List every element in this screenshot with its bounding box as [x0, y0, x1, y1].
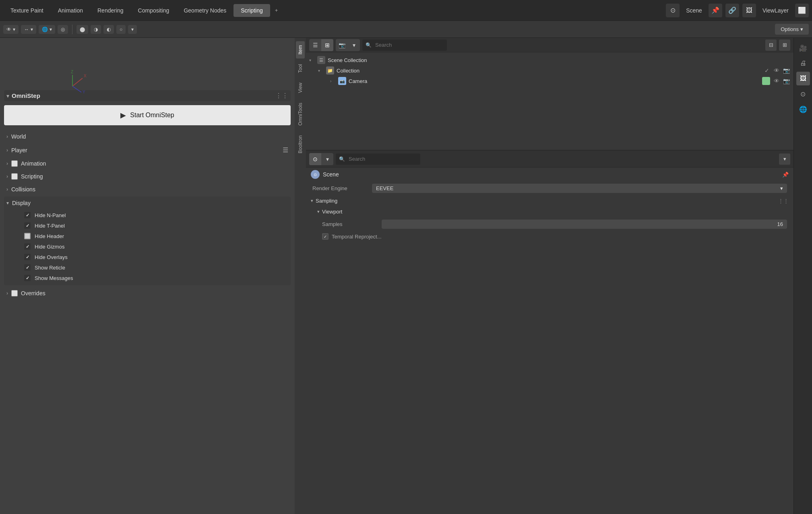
sampling-options-icon[interactable]: ⋮⋮ [778, 198, 789, 204]
separator1 [72, 25, 72, 34]
prop-render-btn[interactable]: 🎥 [796, 41, 810, 55]
world-section[interactable]: › World [4, 130, 291, 143]
collection-check-icon[interactable]: ✓ [763, 67, 771, 74]
camera-expand[interactable]: › [330, 79, 336, 83]
scene-dropdown-icon[interactable]: ⊙ [666, 4, 680, 17]
animation-checkbox[interactable] [11, 160, 18, 167]
show-messages-checkbox[interactable] [24, 275, 31, 281]
scene-pin-icon[interactable]: 📌 [782, 172, 789, 178]
viewport-subheader[interactable]: ▾ Viewport [306, 206, 793, 217]
overrides-section[interactable]: › Overrides [4, 287, 291, 300]
tab-geometry-nodes[interactable]: Geometry Nodes [176, 4, 233, 17]
samples-field[interactable]: 16 [382, 220, 787, 229]
scripting-label: Scripting [21, 173, 43, 180]
prop-filter-btn[interactable]: ▾ [779, 153, 790, 165]
outliner-search-input[interactable] [362, 39, 447, 51]
animation-label: Animation [21, 160, 46, 167]
viewport-arrow: ▾ [317, 209, 320, 214]
prop-output-btn[interactable]: 🖨 [796, 56, 810, 70]
side-tab-tool[interactable]: Tool [296, 60, 305, 77]
prop-world-btn[interactable]: 🌐 [796, 102, 810, 116]
collisions-section[interactable]: › Collisions [4, 183, 291, 196]
display-header[interactable]: ▾ Display [4, 197, 291, 209]
collection-camera-icon[interactable]: 📷 [782, 67, 790, 74]
shading-rendered-btn[interactable]: ◐ [103, 25, 114, 34]
new-window-icon[interactable]: ⬜ [795, 4, 809, 17]
hide-overlays-checkbox[interactable] [24, 254, 31, 260]
transform-btn[interactable]: ↔▾ [21, 25, 36, 34]
outliner-grid-view-btn[interactable]: ⊞ [321, 39, 333, 51]
omnistep-options-icon[interactable]: ⋮⋮ [275, 92, 288, 99]
axis-gizmo: X Y Z [56, 70, 89, 102]
shading-eevee-btn[interactable]: ○ [116, 25, 126, 34]
start-omnistep-button[interactable]: ▶ Start OmniStep [4, 105, 291, 125]
options-button[interactable]: Options ▾ [775, 24, 809, 35]
renderlayer-icon[interactable]: 🖼 [742, 4, 756, 17]
outliner-render-btn[interactable]: 📷 [336, 39, 348, 51]
prop-search-input[interactable] [336, 153, 420, 165]
collection-eye-icon[interactable]: 👁 [773, 67, 781, 74]
outliner-more-btn[interactable]: ⊞ [779, 39, 790, 51]
hide-gizmos-checkbox[interactable] [24, 243, 31, 250]
tab-texture-paint[interactable]: Texture Paint [3, 4, 51, 17]
outliner-list-view-btn[interactable]: ☰ [309, 39, 321, 51]
side-tab-view[interactable]: View [296, 79, 305, 97]
side-tab-omnitools[interactable]: OmniTools [296, 99, 305, 130]
check-hide-overlays: Hide Overlays [24, 254, 287, 260]
samples-label: Samples [322, 221, 378, 227]
outliner-filter-btn[interactable]: ⊟ [765, 39, 777, 51]
outliner-toolbar: ☰ ⊞ 📷 ▾ 🔍 ⊟ ⊞ [306, 38, 793, 52]
outliner-viewport-btn[interactable]: ▾ [348, 39, 360, 51]
pin-icon[interactable]: 📌 [709, 4, 722, 17]
shading-dropdown-btn[interactable]: ▾ [128, 25, 137, 34]
outliner-collection[interactable]: ▾ 📁 Collection ✓ 👁 📷 [306, 65, 793, 76]
camera-eye-icon[interactable]: 👁 [773, 78, 781, 84]
camera-cam-icon[interactable]: 📷 [782, 78, 790, 84]
hide-t-panel-checkbox[interactable] [24, 222, 31, 229]
hide-header-checkbox[interactable] [24, 233, 31, 239]
prop-scene-btn[interactable]: ⊙ [309, 153, 321, 165]
player-section[interactable]: › Player ☰ [4, 143, 291, 157]
outliner-search-wrap: 🔍 [362, 39, 763, 51]
scene-collection-expand[interactable]: ▾ [309, 58, 315, 62]
eevee-icon: ○ [120, 27, 122, 32]
render-icon: ◐ [107, 27, 111, 32]
sampling-subheader[interactable]: ▾ Sampling ⋮⋮ [306, 195, 793, 206]
show-reticle-checkbox[interactable] [24, 264, 31, 271]
shading-material-btn[interactable]: ◑ [91, 25, 101, 34]
side-tabs: Item Tool View OmniTools Booltron [295, 38, 306, 514]
prop-scene-settings-btn[interactable]: ⊙ [796, 87, 810, 101]
material-icon: ◑ [94, 27, 98, 32]
prop-dropdown-btn[interactable]: ▾ [321, 153, 333, 165]
overrides-checkbox[interactable] [11, 290, 18, 296]
outliner-camera[interactable]: › 📷 Camera 👁 📷 [306, 76, 793, 86]
tab-rendering[interactable]: Rendering [90, 4, 131, 17]
tab-scripting[interactable]: Scripting [233, 4, 270, 17]
link-icon[interactable]: 🔗 [725, 4, 739, 17]
snap-btn[interactable]: 🌐▾ [39, 25, 55, 34]
shading-solid-btn[interactable]: ⬤ [76, 25, 88, 34]
render-engine-dropdown[interactable]: EEVEE ▾ [372, 184, 787, 193]
proportional-btn[interactable]: ◎ [58, 25, 68, 34]
tab-compositing[interactable]: Compositing [131, 4, 177, 17]
collisions-label: Collisions [11, 186, 35, 193]
animation-section[interactable]: › Animation [4, 157, 291, 170]
add-workspace-button[interactable]: + [270, 4, 283, 17]
hide-n-panel-label: Hide N-Panel [35, 212, 66, 218]
tab-animation[interactable]: Animation [51, 4, 90, 17]
scripting-checkbox[interactable] [11, 173, 18, 180]
side-tab-booltron[interactable]: Booltron [296, 131, 305, 158]
side-tab-item[interactable]: Item [296, 41, 305, 58]
player-list-icon[interactable]: ☰ [283, 147, 288, 153]
scripting-section[interactable]: › Scripting [4, 170, 291, 183]
scripting-chevron: › [6, 174, 8, 179]
collection-expand[interactable]: ▾ [318, 68, 324, 73]
outliner-scene-collection[interactable]: ▾ ☰ Scene Collection [306, 55, 793, 65]
prop-viewlayer-btn[interactable]: 🖼 [796, 72, 810, 85]
main-right: ☰ ⊞ 📷 ▾ 🔍 ⊟ ⊞ [306, 38, 812, 514]
hide-n-panel-checkbox[interactable] [24, 212, 31, 218]
viewport-shading-btn[interactable]: 👁▾ [3, 25, 19, 34]
omnistep-collapse-arrow[interactable]: ▾ [6, 93, 9, 99]
temporal-checkbox[interactable] [322, 233, 329, 240]
outliner: ☰ ⊞ 📷 ▾ 🔍 ⊟ ⊞ [306, 38, 793, 151]
